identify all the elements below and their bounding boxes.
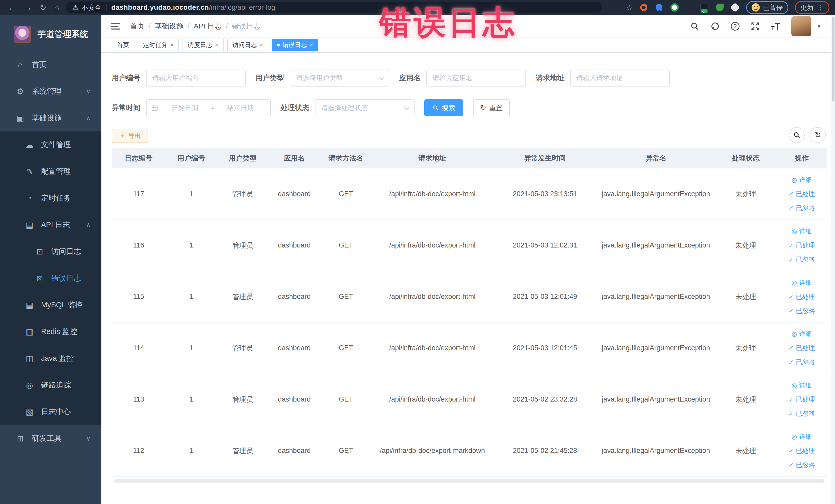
close-icon[interactable]: × bbox=[215, 41, 219, 48]
sidebar-item-access-log[interactable]: ⊡ 访问日志 bbox=[0, 238, 101, 265]
extension-vpn-icon[interactable]: on bbox=[700, 3, 709, 12]
user-type-select[interactable] bbox=[290, 69, 389, 86]
extension-puzzle-icon[interactable] bbox=[731, 3, 739, 12]
extension-leaf-icon[interactable] bbox=[715, 3, 724, 12]
detail-link[interactable]: ◎详细 bbox=[792, 330, 812, 338]
refresh-table-button[interactable]: ↻ bbox=[810, 127, 826, 143]
caret-down-icon[interactable]: ▾ bbox=[817, 23, 821, 30]
reload-icon[interactable]: ↻ bbox=[40, 3, 46, 12]
sidebar-item-label: 基础设施 bbox=[32, 113, 62, 123]
sidebar-item-api-log[interactable]: ▤ API 日志 ∧ bbox=[0, 211, 101, 238]
back-icon[interactable]: ← bbox=[8, 3, 16, 12]
kebab-menu-icon: ⋮ bbox=[817, 3, 824, 12]
sidebar-item-home[interactable]: ⌂ 首页 bbox=[0, 52, 101, 78]
eye-icon: ◎ bbox=[792, 279, 797, 286]
tab-schedule-log[interactable]: 调度日志 × bbox=[183, 39, 224, 51]
close-icon[interactable]: × bbox=[309, 41, 313, 48]
sidebar-item-system[interactable]: ⚙ 系统管理 ∨ bbox=[0, 78, 101, 105]
date-range-picker[interactable]: 开始日期 - 结束日期 bbox=[146, 99, 271, 116]
detail-link[interactable]: ◎详细 bbox=[792, 176, 812, 184]
export-button[interactable]: 导出 bbox=[111, 129, 148, 143]
chevron-down-icon: ∨ bbox=[86, 88, 90, 95]
app-name-input[interactable] bbox=[426, 69, 526, 86]
close-icon[interactable]: × bbox=[260, 41, 263, 48]
browser-toolbar-right: ☆ on 已暂停 更新 ⋮ bbox=[626, 1, 829, 14]
home-icon[interactable]: ⌂ bbox=[54, 3, 59, 12]
paused-extension-pill[interactable]: 已暂停 bbox=[746, 1, 788, 14]
sidebar-item-scheduled-job[interactable]: ◔ 定时任务 bbox=[0, 185, 101, 211]
horizontal-scrollbar[interactable] bbox=[114, 479, 824, 483]
start-date-placeholder[interactable]: 开始日期 bbox=[160, 103, 210, 113]
search-icon bbox=[793, 132, 800, 139]
gear-icon: ⚙ bbox=[14, 87, 26, 96]
address-bar[interactable]: ⚠ 不安全 dashboard.yudao.iocoder.cn /infra/… bbox=[66, 2, 602, 13]
detail-link[interactable]: ◎详细 bbox=[792, 227, 812, 236]
github-icon[interactable] bbox=[710, 21, 720, 31]
tab-scheduled-job[interactable]: 定时任务 × bbox=[138, 39, 179, 51]
mark-processed-link[interactable]: ✓已处理 bbox=[789, 446, 815, 455]
request-url-input[interactable] bbox=[570, 69, 670, 86]
user-id-input[interactable] bbox=[146, 69, 246, 86]
logo[interactable]: 芋道管理系统 bbox=[0, 15, 101, 52]
help-icon[interactable]: ? bbox=[731, 22, 739, 31]
chevron-down-icon: ∨ bbox=[86, 435, 90, 442]
mark-ignored-link[interactable]: ✓已忽略 bbox=[789, 358, 815, 366]
mark-ignored-link[interactable]: ✓已忽略 bbox=[789, 204, 815, 212]
font-size-icon[interactable]: TT bbox=[771, 21, 780, 31]
mark-processed-link[interactable]: ✓已处理 bbox=[789, 293, 815, 301]
eye-icon: ◎ bbox=[792, 433, 797, 440]
forward-icon[interactable]: → bbox=[24, 3, 32, 12]
extension-orange-icon[interactable] bbox=[639, 3, 648, 12]
edit-icon: ✎ bbox=[24, 167, 36, 176]
search-button[interactable]: 搜索 bbox=[424, 99, 463, 116]
chevron-up-icon: ∧ bbox=[86, 221, 90, 228]
search-icon[interactable] bbox=[690, 21, 699, 31]
sidebar-item-trace[interactable]: ◎ 链路追踪 bbox=[0, 372, 101, 399]
mark-ignored-link[interactable]: ✓已忽略 bbox=[789, 461, 815, 469]
mark-ignored-link[interactable]: ✓已忽略 bbox=[789, 306, 815, 315]
check-icon: ✓ bbox=[789, 205, 794, 212]
vertical-scrollbar[interactable] bbox=[831, 15, 835, 504]
mark-processed-link[interactable]: ✓已处理 bbox=[789, 241, 815, 249]
mark-ignored-link[interactable]: ✓已忽略 bbox=[789, 409, 815, 418]
sidebar-item-mysql-monitor[interactable]: ▦ MySQL 监控 bbox=[0, 292, 101, 318]
security-label[interactable]: 不安全 bbox=[81, 3, 101, 12]
screen: ← → ↻ ⌂ ⚠ 不安全 dashboard.yudao.iocoder.cn… bbox=[0, 0, 835, 504]
mark-processed-link[interactable]: ✓已处理 bbox=[789, 395, 815, 404]
reset-button[interactable]: ↻ 重置 bbox=[473, 99, 510, 116]
detail-link[interactable]: ◎详细 bbox=[792, 432, 812, 441]
tab-error-log[interactable]: 错误日志 × bbox=[272, 39, 318, 51]
scrollbar-thumb[interactable] bbox=[832, 17, 834, 102]
sidebar-item-redis-monitor[interactable]: ▥ Redis 监控 bbox=[0, 318, 101, 345]
detail-link[interactable]: ◎详细 bbox=[792, 381, 812, 389]
sidebar-item-devtools[interactable]: ⊞ 研发工具 ∨ bbox=[0, 425, 101, 452]
bookmark-star-icon[interactable]: ☆ bbox=[626, 3, 633, 12]
extension-shield-icon[interactable] bbox=[655, 3, 664, 12]
fullscreen-icon[interactable] bbox=[750, 21, 760, 31]
tab-home[interactable]: 首页 bbox=[111, 39, 134, 51]
sidebar-item-config-manage[interactable]: ✎ 配置管理 bbox=[0, 158, 101, 185]
end-date-placeholder[interactable]: 结束日期 bbox=[216, 103, 266, 113]
sidebar-item-file-manage[interactable]: ☁ 文件管理 bbox=[0, 132, 101, 158]
extension-green-circle-icon[interactable] bbox=[670, 3, 679, 12]
toggle-search-button[interactable] bbox=[789, 127, 805, 143]
sidebar-item-error-log[interactable]: ⊠ 错误日志 bbox=[0, 265, 101, 292]
avatar[interactable] bbox=[791, 16, 811, 36]
breadcrumb-item[interactable]: 首页 bbox=[130, 21, 144, 31]
tab-access-log[interactable]: 访问日志 × bbox=[227, 39, 268, 51]
mark-processed-link[interactable]: ✓已处理 bbox=[789, 344, 815, 352]
extension-grid-icon[interactable] bbox=[686, 4, 693, 11]
detail-link[interactable]: ◎详细 bbox=[792, 278, 812, 287]
sidebar-item-java-monitor[interactable]: ◫ Java 监控 bbox=[0, 345, 101, 372]
hamburger-icon[interactable] bbox=[111, 23, 120, 29]
breadcrumb-item[interactable]: 基础设施 bbox=[155, 21, 184, 31]
mark-processed-link[interactable]: ✓已处理 bbox=[789, 190, 815, 198]
process-status-select[interactable] bbox=[315, 99, 414, 116]
breadcrumb-item[interactable]: API 日志 bbox=[194, 21, 222, 31]
chrome-update-menu[interactable]: 更新 ⋮ bbox=[795, 1, 829, 14]
mark-ignored-link[interactable]: ✓已忽略 bbox=[789, 255, 815, 264]
sidebar-item-log-center[interactable]: ▧ 日志中心 bbox=[0, 399, 101, 425]
close-icon[interactable]: × bbox=[170, 41, 174, 48]
access-log-icon: ⊡ bbox=[34, 247, 46, 257]
sidebar-item-infrastructure[interactable]: ▣ 基础设施 ∧ bbox=[0, 105, 101, 132]
